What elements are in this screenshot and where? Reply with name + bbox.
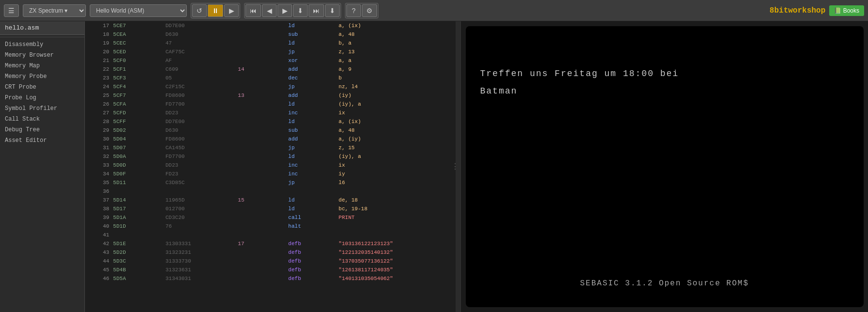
bytes: 31333730 [165,257,238,265]
sidebar-item-asset-editor[interactable]: Asset Editor [0,135,84,146]
label: 14 [238,65,288,74]
table-row[interactable]: 44 5D3C 31333730 defb "137035077136122" [85,257,456,265]
table-row[interactable]: 31 5D07 CA145D jp z, 15 [85,143,456,152]
operands: z, 15 [339,143,456,152]
table-row[interactable]: 28 5CFF DD7E00 ld a, (ix) [85,117,456,126]
line-number: 25 [85,91,113,100]
sidebar-item-call-stack[interactable]: Call Stack [0,114,84,125]
mnemonic: call [288,213,339,222]
sidebar-item-symbol-profiler[interactable]: Symbol Profiler [0,103,84,114]
operands: iy [339,170,456,178]
table-row[interactable]: 45 5D4B 31323631 defb "126138117124035" [85,265,456,274]
table-row[interactable]: 38 5D17 012700 ld bc, 19-18 [85,204,456,213]
table-row[interactable]: 33 5D0D DD23 inc ix [85,161,456,170]
table-row[interactable]: 21 5CF0 AF xor a, a [85,56,456,65]
table-row[interactable]: 46 5D5A 31343031 defb "140131035054062" [85,274,456,283]
bytes: 31323631 [165,265,238,274]
table-row[interactable]: 34 5D0F FD23 inc iy [85,170,456,178]
table-row[interactable]: 42 5D1E 31303331 17 defb "10313612212312… [85,239,456,248]
mnemonic: defb [288,265,339,274]
step-over-button[interactable]: ⏭ [309,4,324,17]
filename-label: hello.asm [0,21,84,35]
line-number: 40 [85,222,113,231]
download-button[interactable]: ⬇ [325,4,340,17]
sidebar-item-memory-browser[interactable]: Memory Browser [0,50,84,61]
code-scroll[interactable]: 17 5CE7 DD7E00 ld a, (ix) 18 5CEA D630 s… [85,21,456,312]
label [238,222,288,231]
operands: l6 [339,178,456,187]
address: 5CF4 [113,82,165,91]
operands: "140131035054062" [339,274,456,283]
bytes: 31323231 [165,248,238,257]
sidebar-item-probe-log[interactable]: Probe Log [0,93,84,103]
zx-main-text: Treffen uns Freitag um 18:00 bei Batman [480,65,849,100]
label [238,231,288,239]
table-row[interactable]: 26 5CFA FD7700 ld (iy), a [85,100,456,109]
books-button[interactable]: 📗 Books [829,5,864,16]
sidebar-item-memory-probe[interactable]: Memory Probe [0,71,84,82]
table-row[interactable]: 20 5CED CAF75C jp z, 13 [85,47,456,56]
operands: "122132035140132" [339,248,456,257]
sidebar-item-debug-tree[interactable]: Debug Tree [0,125,84,135]
table-row[interactable]: 35 5D11 C3D85C jp l6 [85,178,456,187]
table-row[interactable]: 23 5CF3 05 dec b [85,74,456,82]
label [238,152,288,161]
operands: a, 9 [339,65,456,74]
mnemonic: sub [288,126,339,135]
settings-button[interactable]: ⚙ [362,4,377,17]
table-row[interactable]: 32 5D0A FD7700 ld (iy), a [85,152,456,161]
drag-handle[interactable]: ⋮⋮ [456,21,460,312]
project-select[interactable]: Hello World (ASM) [90,4,187,17]
step-next-button[interactable]: ▶ [278,4,292,17]
mnemonic: add [288,65,339,74]
main-area: hello.asm Disassembly Memory Browser Mem… [0,21,868,312]
screen-area: Treffen uns Freitag um 18:00 bei Batman … [460,21,868,312]
table-row[interactable]: 17 5CE7 DD7E00 ld a, (ix) [85,21,456,30]
table-row[interactable]: 39 5D1A CD3C20 call PRINT [85,213,456,222]
line-number: 41 [85,231,113,239]
mnemonic: ld [288,204,339,213]
help-button[interactable]: ? [346,4,361,17]
address: 5D02 [113,126,165,135]
play-button[interactable]: ▶ [224,4,239,17]
table-row[interactable]: 18 5CEA D630 sub a, 48 [85,30,456,39]
bytes: DD23 [165,161,238,170]
bytes: 012700 [165,204,238,213]
step-back-button[interactable]: ◀ [262,4,277,17]
sidebar-divider [0,37,84,37]
reload-button[interactable]: ↺ [192,4,207,17]
table-row[interactable]: 41 [85,231,456,239]
mnemonic: inc [288,161,339,170]
line-number: 26 [85,100,113,109]
table-row[interactable]: 30 5D04 FD8600 add a, (iy) [85,135,456,143]
line-number: 29 [85,126,113,135]
platform-select[interactable]: ZX Spectrum ▾ [23,4,86,17]
label [238,135,288,143]
sidebar-item-crt-probe[interactable]: CRT Probe [0,82,84,93]
sidebar-item-disassembly[interactable]: Disassembly [0,39,84,50]
operands: (iy), a [339,152,456,161]
address: 5CFD [113,109,165,117]
menu-button[interactable]: ☰ [4,4,19,17]
table-row[interactable]: 36 [85,187,456,196]
pause-button[interactable]: ⏸ [208,4,223,17]
table-row[interactable]: 19 5CEC 47 ld b, a [85,39,456,47]
table-row[interactable]: 29 5D02 D630 sub a, 48 [85,126,456,135]
zx-text-line2: Batman [480,82,849,100]
table-row[interactable]: 24 5CF4 C2F15C jp nz, l4 [85,82,456,91]
brand-name: 8bitworkshop [770,6,825,15]
bytes: FD23 [165,170,238,178]
table-row[interactable]: 37 5D14 11965D 15 ld de, 18 [85,196,456,204]
line-number: 23 [85,74,113,82]
mnemonic: jp [288,143,339,152]
table-row[interactable]: 22 5CF1 C609 14 add a, 9 [85,65,456,74]
sidebar-item-memory-map[interactable]: Memory Map [0,61,84,71]
line-number: 20 [85,47,113,56]
table-row[interactable]: 43 5D2D 31323231 defb "122132035140132" [85,248,456,257]
step-start-button[interactable]: ⏮ [246,4,261,17]
step-into-button[interactable]: ⬇ [293,4,308,17]
table-row[interactable]: 27 5CFD DD23 inc ix [85,109,456,117]
address: 5D0D [113,161,165,170]
table-row[interactable]: 25 5CF7 FD8600 13 add (iy) [85,91,456,100]
table-row[interactable]: 40 5D1D 76 halt [85,222,456,231]
